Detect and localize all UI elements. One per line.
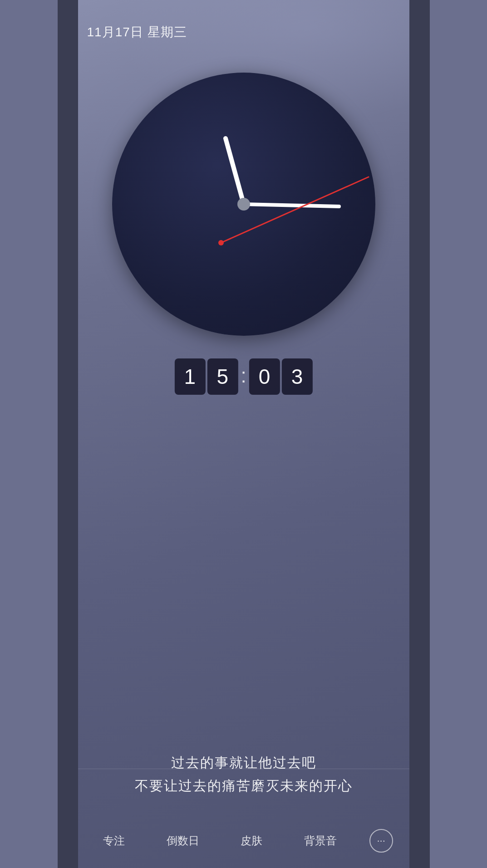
bottom-nav: 专注 倒数日 皮肤 背景音 ··· — [78, 814, 409, 868]
quote-line-1: 过去的事就让他过去吧 — [171, 754, 316, 772]
main-content: 11月17日 星期三 — [78, 0, 409, 868]
side-strip-left — [58, 0, 78, 868]
clock-svg — [112, 73, 375, 336]
second-tail-dot — [218, 240, 224, 245]
nav-item-skin[interactable]: 皮肤 — [231, 829, 271, 853]
clock-area — [112, 73, 375, 336]
hour-hand — [226, 138, 244, 204]
clock-circle — [112, 73, 375, 336]
nav-more-button[interactable]: ··· — [369, 829, 393, 853]
time-colon: : — [240, 364, 247, 387]
time-digit-4: 3 — [282, 358, 313, 395]
quote-area: 过去的事就让他过去吧 不要让过去的痛苦磨灭未来的开心 — [78, 754, 409, 795]
digital-time-display: 1 5 : 0 3 — [174, 358, 312, 395]
quote-line-2: 不要让过去的痛苦磨灭未来的开心 — [135, 777, 353, 795]
phone-frame: 11月17日 星期三 — [58, 0, 430, 868]
time-digit-1: 1 — [174, 358, 205, 395]
time-digit-3: 0 — [249, 358, 280, 395]
time-digit-2: 5 — [207, 358, 238, 395]
minute-hand — [244, 204, 339, 206]
clock-center-dot — [237, 198, 250, 211]
nav-item-focus[interactable]: 专注 — [94, 829, 134, 853]
date-header: 11月17日 星期三 — [87, 24, 187, 41]
nav-item-countdown[interactable]: 倒数日 — [157, 829, 208, 853]
side-strip-right — [409, 0, 430, 868]
nav-item-bgmusic[interactable]: 背景音 — [295, 829, 346, 853]
